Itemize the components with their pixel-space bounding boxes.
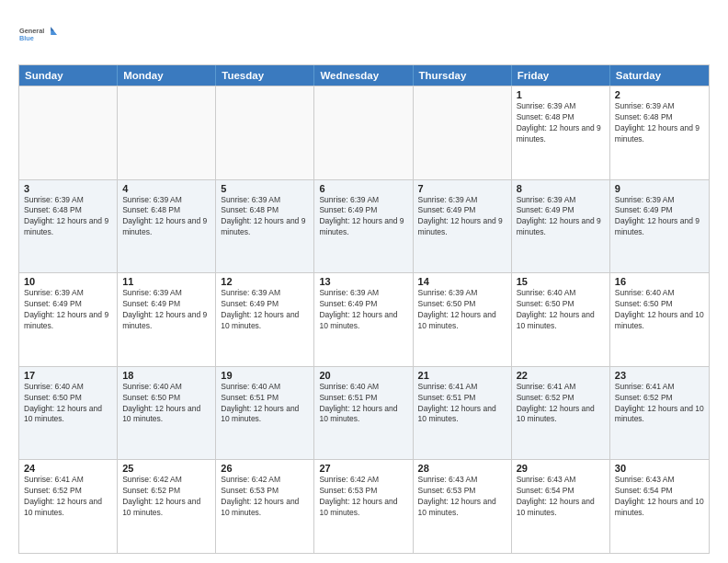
day-info: Sunrise: 6:41 AMSunset: 6:52 PMDaylight:…: [517, 382, 605, 426]
day-number: 30: [615, 463, 704, 474]
day-info: Sunrise: 6:39 AMSunset: 6:48 PMDaylight:…: [24, 195, 112, 239]
day-number: 23: [615, 370, 704, 381]
day-number: 8: [517, 183, 605, 194]
calendar-header: SundayMondayTuesdayWednesdayThursdayFrid…: [19, 65, 709, 86]
day-cell: 29Sunrise: 6:43 AMSunset: 6:54 PMDayligh…: [512, 460, 610, 553]
day-info: Sunrise: 6:42 AMSunset: 6:53 PMDaylight:…: [319, 475, 407, 519]
day-info: Sunrise: 6:42 AMSunset: 6:52 PMDaylight:…: [122, 475, 210, 519]
weekday-header: Friday: [512, 65, 610, 86]
weekday-header: Wednesday: [314, 65, 413, 86]
day-info: Sunrise: 6:39 AMSunset: 6:49 PMDaylight:…: [122, 288, 210, 332]
calendar-row: 10Sunrise: 6:39 AMSunset: 6:49 PMDayligh…: [19, 272, 709, 366]
weekday-header: Tuesday: [216, 65, 314, 86]
day-info: Sunrise: 6:39 AMSunset: 6:49 PMDaylight:…: [319, 195, 407, 239]
svg-text:General: General: [19, 27, 44, 35]
day-number: 18: [122, 370, 210, 381]
day-cell: 26Sunrise: 6:42 AMSunset: 6:53 PMDayligh…: [216, 460, 314, 553]
day-info: Sunrise: 6:39 AMSunset: 6:49 PMDaylight:…: [24, 288, 112, 332]
day-number: 19: [221, 370, 309, 381]
day-cell: 8Sunrise: 6:39 AMSunset: 6:49 PMDaylight…: [512, 180, 610, 273]
day-cell: 27Sunrise: 6:42 AMSunset: 6:53 PMDayligh…: [314, 460, 413, 553]
weekday-header: Saturday: [610, 65, 709, 86]
day-cell: 2Sunrise: 6:39 AMSunset: 6:48 PMDaylight…: [610, 86, 709, 179]
day-info: Sunrise: 6:39 AMSunset: 6:49 PMDaylight:…: [418, 195, 506, 239]
day-cell: 12Sunrise: 6:39 AMSunset: 6:49 PMDayligh…: [216, 273, 314, 366]
day-number: 3: [24, 183, 112, 194]
day-cell: 11Sunrise: 6:39 AMSunset: 6:49 PMDayligh…: [118, 273, 216, 366]
day-info: Sunrise: 6:39 AMSunset: 6:49 PMDaylight:…: [615, 195, 704, 239]
day-info: Sunrise: 6:40 AMSunset: 6:50 PMDaylight:…: [615, 288, 704, 332]
day-cell: 7Sunrise: 6:39 AMSunset: 6:49 PMDaylight…: [414, 180, 512, 273]
day-cell: 28Sunrise: 6:43 AMSunset: 6:53 PMDayligh…: [414, 460, 512, 553]
empty-cell: [414, 86, 512, 179]
header: General Blue: [18, 15, 710, 55]
day-info: Sunrise: 6:40 AMSunset: 6:50 PMDaylight:…: [122, 382, 210, 426]
day-number: 10: [24, 276, 112, 287]
day-number: 4: [122, 183, 210, 194]
day-info: Sunrise: 6:39 AMSunset: 6:49 PMDaylight:…: [319, 288, 407, 332]
calendar-body: 1Sunrise: 6:39 AMSunset: 6:48 PMDaylight…: [19, 86, 709, 553]
empty-cell: [216, 86, 314, 179]
day-number: 12: [221, 276, 309, 287]
day-number: 17: [24, 370, 112, 381]
day-info: Sunrise: 6:41 AMSunset: 6:51 PMDaylight:…: [418, 382, 506, 426]
day-number: 26: [221, 463, 309, 474]
calendar: SundayMondayTuesdayWednesdayThursdayFrid…: [18, 64, 710, 554]
day-number: 20: [319, 370, 407, 381]
day-info: Sunrise: 6:39 AMSunset: 6:50 PMDaylight:…: [418, 288, 506, 332]
day-cell: 5Sunrise: 6:39 AMSunset: 6:48 PMDaylight…: [216, 180, 314, 273]
calendar-row: 1Sunrise: 6:39 AMSunset: 6:48 PMDaylight…: [19, 86, 709, 179]
day-info: Sunrise: 6:42 AMSunset: 6:53 PMDaylight:…: [221, 475, 309, 519]
day-cell: 30Sunrise: 6:43 AMSunset: 6:54 PMDayligh…: [610, 460, 709, 553]
svg-marker-4: [51, 27, 54, 30]
day-number: 29: [517, 463, 605, 474]
day-number: 22: [517, 370, 605, 381]
weekday-header: Monday: [118, 65, 216, 86]
day-cell: 3Sunrise: 6:39 AMSunset: 6:48 PMDaylight…: [19, 180, 118, 273]
day-number: 7: [418, 183, 506, 194]
day-number: 9: [615, 183, 704, 194]
day-info: Sunrise: 6:39 AMSunset: 6:48 PMDaylight:…: [221, 195, 309, 239]
day-info: Sunrise: 6:39 AMSunset: 6:49 PMDaylight:…: [221, 288, 309, 332]
day-number: 24: [24, 463, 112, 474]
day-info: Sunrise: 6:39 AMSunset: 6:48 PMDaylight:…: [122, 195, 210, 239]
day-number: 11: [122, 276, 210, 287]
day-info: Sunrise: 6:40 AMSunset: 6:51 PMDaylight:…: [221, 382, 309, 426]
day-number: 15: [517, 276, 605, 287]
calendar-row: 17Sunrise: 6:40 AMSunset: 6:50 PMDayligh…: [19, 366, 709, 460]
day-cell: 17Sunrise: 6:40 AMSunset: 6:50 PMDayligh…: [19, 367, 118, 460]
page: General Blue SundayMondayTuesdayWednesda…: [0, 0, 728, 563]
day-number: 1: [517, 89, 605, 100]
day-number: 14: [418, 276, 506, 287]
day-cell: 6Sunrise: 6:39 AMSunset: 6:49 PMDaylight…: [314, 180, 413, 273]
day-number: 27: [319, 463, 407, 474]
logo-svg: General Blue: [18, 15, 59, 55]
day-info: Sunrise: 6:39 AMSunset: 6:48 PMDaylight:…: [615, 101, 704, 145]
day-info: Sunrise: 6:43 AMSunset: 6:54 PMDaylight:…: [517, 475, 605, 519]
empty-cell: [19, 86, 118, 179]
day-cell: 24Sunrise: 6:41 AMSunset: 6:52 PMDayligh…: [19, 460, 118, 553]
day-cell: 16Sunrise: 6:40 AMSunset: 6:50 PMDayligh…: [610, 273, 709, 366]
day-number: 16: [615, 276, 704, 287]
day-cell: 1Sunrise: 6:39 AMSunset: 6:48 PMDaylight…: [512, 86, 610, 179]
day-info: Sunrise: 6:40 AMSunset: 6:50 PMDaylight:…: [517, 288, 605, 332]
weekday-header: Sunday: [19, 65, 118, 86]
day-cell: 15Sunrise: 6:40 AMSunset: 6:50 PMDayligh…: [512, 273, 610, 366]
day-cell: 10Sunrise: 6:39 AMSunset: 6:49 PMDayligh…: [19, 273, 118, 366]
calendar-row: 24Sunrise: 6:41 AMSunset: 6:52 PMDayligh…: [19, 459, 709, 553]
logo: General Blue: [18, 15, 59, 55]
day-cell: 22Sunrise: 6:41 AMSunset: 6:52 PMDayligh…: [512, 367, 610, 460]
day-number: 5: [221, 183, 309, 194]
calendar-row: 3Sunrise: 6:39 AMSunset: 6:48 PMDaylight…: [19, 179, 709, 273]
day-cell: 18Sunrise: 6:40 AMSunset: 6:50 PMDayligh…: [118, 367, 216, 460]
day-cell: 20Sunrise: 6:40 AMSunset: 6:51 PMDayligh…: [314, 367, 413, 460]
weekday-header: Thursday: [414, 65, 512, 86]
day-info: Sunrise: 6:40 AMSunset: 6:51 PMDaylight:…: [319, 382, 407, 426]
day-number: 25: [122, 463, 210, 474]
day-info: Sunrise: 6:43 AMSunset: 6:53 PMDaylight:…: [418, 475, 506, 519]
empty-cell: [118, 86, 216, 179]
day-number: 28: [418, 463, 506, 474]
day-number: 6: [319, 183, 407, 194]
day-number: 2: [615, 89, 704, 100]
day-cell: 19Sunrise: 6:40 AMSunset: 6:51 PMDayligh…: [216, 367, 314, 460]
